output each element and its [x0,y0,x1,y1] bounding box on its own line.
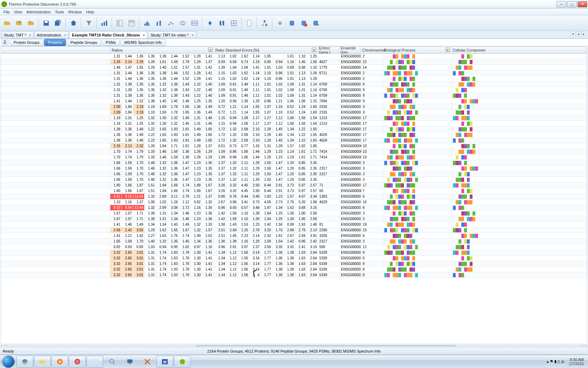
subtab-psms[interactable]: PSMs [102,39,120,46]
menu-view[interactable]: View [12,10,24,14]
chart-layout-icon[interactable] [99,18,110,29]
table-row[interactable]: 1.311.441.361.351.381.441.521.281.411.13… [1,54,587,59]
gear-icon[interactable] [274,18,286,29]
table-row[interactable]: 1.671.571.711.391.311.341.461.231.361.42… [1,211,587,216]
subtab-protein-groups[interactable]: Protein Groups [10,39,43,46]
table-row[interactable]: 1.181.311.251.321.301.321.451.311.461.15… [1,115,587,121]
table-row[interactable]: 1.661.591.701.401.321.361.471.231.351.37… [1,177,587,183]
boxplot-icon[interactable] [204,18,216,29]
document-icon[interactable] [244,18,255,29]
table-row[interactable]: 1.661.591.701.401.321.361.471.231.351.37… [1,160,587,166]
table-row[interactable]: 1.701.741.791.331.461.581.361.261.291.09… [1,149,587,155]
table-row[interactable]: 1.671.571.711.391.311.341.461.231.361.42… [1,216,587,222]
menu-file[interactable]: File [1,10,12,14]
entrez-header[interactable]: Entrez Gene I [317,47,339,53]
table-row[interactable]: 1.181.311.251.321.301.321.451.311.461.15… [1,121,587,127]
table-row[interactable]: 1.411.461.491.341.341.431.491.321.331.38… [1,222,587,227]
filter-icon[interactable] [83,18,94,29]
histogram-icon[interactable] [141,18,153,29]
table-row[interactable]: 1.381.361.491.221.651.931.811.491.651.72… [1,138,587,143]
table-row[interactable]: 2.091.842.191.181.691.781.851.361.490.72… [1,104,587,110]
menu-help[interactable]: Help [84,10,96,14]
db-icon[interactable] [286,18,298,29]
menu-window[interactable]: Window [66,10,84,14]
table-row[interactable]: 0.820.930.851.030.940.951.020.971.163.96… [1,244,587,250]
menu-tools[interactable]: Tools [53,10,66,14]
save-icon[interactable] [41,18,52,29]
close-button[interactable]: ✕ [578,1,587,7]
table-icon[interactable] [189,18,200,29]
db-maint-icon[interactable] [310,18,321,29]
task-explorer-icon[interactable] [34,356,51,368]
ensembl-header[interactable]: Ensembl Gen [339,47,361,53]
rse-header[interactable]: Ratio Standard Errors [%]▾ [214,47,317,53]
table-row[interactable]: 9.519.1613.441.322.893.112.791.211.370.8… [1,194,587,199]
minimize-button[interactable]: ─ [556,1,566,7]
table-row[interactable]: 9.328.9413.441.322.893.082.721.161.350.9… [1,205,587,211]
task-chrome-icon[interactable] [69,356,86,368]
task-ie-icon[interactable] [16,356,33,368]
tree-icon[interactable] [259,18,270,29]
table-row[interactable]: 3.322.653.011.311.741.831.781.301.411.34… [1,250,587,255]
biological-process-header[interactable]: Biological Process▾ [383,47,451,53]
dropdown-icon[interactable]: ▾ [208,48,212,52]
ratios-header[interactable]: Ratios▾ [110,47,214,53]
maximize-button[interactable]: □ [567,1,577,7]
table-row[interactable]: 2.252.132.321.281.841.711.811.281.370.51… [1,143,587,149]
tray-volume-icon[interactable]: 🔊 [561,359,566,364]
close-tab-icon[interactable]: × [64,33,66,37]
tray-network-icon[interactable]: ▯ [558,359,560,364]
close-tab-icon[interactable]: × [29,33,31,37]
table-row[interactable]: 1.661.591.701.401.321.361.471.231.351.37… [1,171,587,177]
table-row[interactable]: 1.701.741.791.331.461.581.361.261.291.09… [1,155,587,160]
task-monitor-icon[interactable] [121,356,138,368]
column-icon[interactable] [216,18,227,29]
table-row[interactable]: 1.651.581.701.401.321.361.451.341.351.36… [1,239,587,244]
task-media-icon[interactable] [51,356,68,368]
table-row[interactable]: 1.801.661.871.511.841.661.741.881.673.26… [1,188,587,194]
table-row[interactable]: 1.311.391.351.351.321.381.431.221.401.09… [1,93,587,98]
doc-tab[interactable]: Administration× [34,31,69,38]
dropdown-icon[interactable]: ▾ [446,48,450,52]
menu-administration[interactable]: Administration [24,10,53,14]
doc-tab[interactable]: Study: TMT *× [1,31,34,38]
tray-battery-icon[interactable]: ▮ [554,359,556,364]
table-row[interactable]: 1.411.211.421.271.631.761.741.491.522.51… [1,233,587,239]
table-row[interactable]: 2.682.423.551.291.621.651.671.321.572.51… [1,227,587,233]
grid-icon[interactable] [228,18,239,29]
table-row[interactable]: 1.801.661.871.511.841.661.741.881.673.26… [1,183,587,188]
table-row[interactable]: 1.411.441.321.381.451.451.491.251.351.20… [1,98,587,104]
open-folder-icon[interactable] [13,18,24,29]
table-row[interactable]: 2.091.842.191.181.691.781.851.361.490.72… [1,110,587,115]
task-magnify-icon[interactable] [104,356,121,368]
cellular-component-header[interactable]: Cellular Componen [451,47,587,53]
dropdown-icon[interactable]: ▾ [312,48,316,52]
layout2-icon[interactable] [126,18,137,29]
layout1-icon[interactable] [114,18,125,29]
table-row[interactable]: 1.381.361.491.221.651.931.811.491.651.72… [1,132,587,138]
import-icon[interactable] [25,18,36,29]
doc-tab[interactable]: Example TMT10 Ratio Check_30cono× [69,31,147,38]
task-tool-icon[interactable] [139,356,156,368]
table-row[interactable]: 3.322.653.011.311.741.831.781.301.411.34… [1,261,587,267]
task-app-icon[interactable] [86,356,103,368]
venn-icon[interactable] [177,18,188,29]
doc-tab[interactable]: Study: TMT for video *× [148,31,196,38]
close-tab-icon[interactable]: × [191,33,194,37]
table-row[interactable]: 1.381.361.491.221.651.931.811.491.651.72… [1,127,587,132]
barchart-icon[interactable] [153,18,164,29]
tabs-next-icon[interactable]: ▸ [581,32,586,36]
table-row[interactable]: 3.322.653.011.311.741.831.781.301.411.34… [1,267,587,272]
table-row[interactable]: 1.101.161.371.001.021.281.120.921.322.67… [1,199,587,205]
scatter-icon[interactable] [165,18,176,29]
save-all-icon[interactable] [52,18,64,29]
tray-flag-icon[interactable]: ⚑ [550,359,553,364]
home-icon[interactable] [68,18,79,29]
tray-up-icon[interactable]: ▴ [547,359,549,364]
table-row[interactable]: 1.661.591.701.401.321.361.471.231.351.37… [1,166,587,171]
tray-clock[interactable]: 8:30 AM1/7/2015 [567,357,586,366]
db-remove-icon[interactable] [298,18,309,29]
table-row[interactable]: 1.491.471.551.291.401.511.571.311.421.39… [1,65,587,70]
table-row[interactable]: 3.322.653.011.311.741.831.781.301.411.34… [1,272,587,278]
table-row[interactable]: 2.262.142.291.281.611.691.791.291.370.59… [1,59,587,65]
